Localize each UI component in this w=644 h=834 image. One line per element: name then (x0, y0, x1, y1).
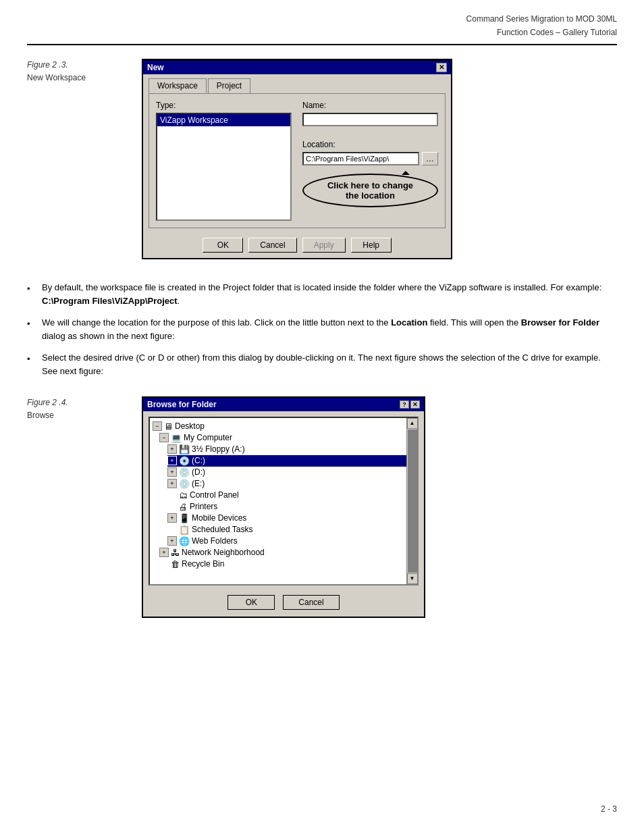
bullet-item-1: • By default, the workspace file is crea… (27, 281, 617, 308)
browse-dialog: Browse for Folder ? ✕ − 🖥 Desktop (142, 396, 425, 618)
tree-item-d-drive[interactable]: + 💿 (D:) (167, 467, 414, 478)
tree-label-webfolders: Web Folders (192, 536, 238, 546)
control-panel-icon: 🗂 (179, 490, 188, 500)
tree-label-mobile: Mobile Devices (192, 513, 246, 523)
tree-label-network: Network Neighborhood (182, 548, 265, 557)
dialog-buttons: OK Cancel Apply Help (143, 234, 451, 258)
new-workspace-dialog: New ✕ Workspace Project Type: ViZapp Wor… (142, 59, 452, 259)
tree-label-printers: Printers (190, 502, 217, 511)
network-icon: 🖧 (171, 548, 180, 558)
path-example: C:\Program Files\ViZApp\Project (42, 296, 178, 306)
header-line1: Command Series Migration to MOD 30ML (27, 12, 617, 26)
floppy-icon: 💾 (179, 444, 190, 454)
tree-item-mobile[interactable]: + 📱 Mobile Devices (167, 513, 414, 524)
expand-c[interactable]: + (167, 456, 177, 465)
tree-item-recycle[interactable]: 🗑 Recycle Bin (159, 558, 414, 570)
browse-close-button[interactable]: ✕ (410, 400, 420, 409)
expand-network[interactable]: + (159, 548, 169, 557)
scroll-up[interactable]: ▲ (407, 418, 418, 429)
figure2-row: Figure 2 .4. Browse Browse for Folder ? … (27, 396, 617, 618)
header-line2: Function Codes – Gallery Tutorial (27, 26, 617, 39)
dialog-form: Type: ViZapp Workspace Name: Location: (156, 101, 438, 221)
tab-content: Type: ViZapp Workspace Name: Location: (149, 93, 446, 228)
printers-icon: 🖨 (179, 502, 188, 512)
apply-button[interactable]: Apply (302, 238, 346, 253)
expand-webfolders[interactable]: + (167, 536, 177, 546)
tree-item-printers[interactable]: 🖨 Printers (167, 501, 414, 513)
figure2-number: Figure 2 .4. (27, 396, 135, 409)
close-button[interactable]: ✕ (436, 63, 447, 72)
tree-item-scheduled[interactable]: 📋 Scheduled Tasks (167, 524, 414, 536)
expand-e[interactable]: + (167, 479, 177, 488)
name-input[interactable] (302, 113, 438, 126)
browse-title-buttons: ? ✕ (400, 400, 420, 409)
expand-mycomputer[interactable]: − (159, 433, 169, 442)
browse-tree[interactable]: − 🖥 Desktop − 💻 My Computer + 💾 3 (150, 418, 417, 584)
tree-label-cp: Control Panel (190, 490, 239, 500)
figure1-label: Figure 2 .3. New Workspace (27, 59, 142, 84)
bullet-dot-3: • (27, 353, 36, 378)
scheduled-icon: 📋 (179, 525, 190, 535)
tree-item-c-drive[interactable]: + 💿 (C:) (167, 455, 414, 467)
tree-item-webfolders[interactable]: + 🌐 Web Folders (167, 536, 414, 547)
cancel-button[interactable]: Cancel (248, 238, 296, 253)
scrollbar[interactable]: ▲ ▼ (406, 418, 417, 584)
figure2-caption: Browse (27, 409, 135, 422)
scroll-thumb[interactable] (408, 429, 417, 573)
callout-bubble: Click here to changethe location (302, 174, 438, 207)
form-right: Name: Location: … Click here to changeth… (302, 101, 438, 221)
tree-label-e: (E:) (192, 479, 205, 488)
recycle-icon: 🗑 (171, 559, 180, 569)
bullet-item-3: • Select the desired drive (C or D or ot… (27, 351, 617, 378)
expand-desktop[interactable]: − (153, 421, 162, 431)
page-header: Command Series Migration to MOD 30ML Fun… (0, 0, 644, 40)
help-button[interactable]: Help (351, 238, 392, 253)
page-content: Figure 2 .3. New Workspace New ✕ Workspa… (0, 45, 644, 644)
tab-project[interactable]: Project (208, 78, 250, 93)
scroll-down[interactable]: ▼ (407, 573, 418, 584)
bullet-text-2: We will change the location for the purp… (42, 316, 617, 343)
e-drive-icon: 💿 (179, 479, 190, 489)
tree-item-floppy[interactable]: + 💾 3½ Floppy (A:) (167, 444, 414, 455)
tree-label-c: (C:) (192, 456, 205, 465)
browse-help-button[interactable]: ? (400, 400, 409, 409)
expand-floppy[interactable]: + (167, 444, 177, 454)
type-list[interactable]: ViZapp Workspace (156, 113, 292, 221)
expand-d[interactable]: + (167, 467, 177, 477)
browse-cancel-button[interactable]: Cancel (283, 595, 339, 610)
tree-item-network[interactable]: + 🖧 Network Neighborhood (159, 547, 414, 558)
page-footer: 2 - 3 (574, 798, 644, 820)
type-label: Type: (156, 101, 292, 110)
location-browse-button[interactable]: … (422, 152, 438, 165)
form-left: Type: ViZapp Workspace (156, 101, 292, 221)
bullet-section: • By default, the workspace file is crea… (27, 281, 617, 387)
ok-button[interactable]: OK (203, 238, 243, 253)
browse-buttons: OK Cancel (143, 591, 424, 617)
tree-item-control-panel[interactable]: 🗂 Control Panel (167, 490, 414, 501)
bullet-item-2: • We will change the location for the pu… (27, 316, 617, 343)
tree-item-mycomputer[interactable]: − 💻 My Computer (159, 432, 414, 444)
browser-bold: Browser for Folder (521, 317, 599, 328)
browse-ok-button[interactable]: OK (227, 595, 275, 610)
tree-item-e-drive[interactable]: + 💿 (E:) (167, 478, 414, 490)
dialog-titlebar: New ✕ (143, 61, 451, 74)
webfolders-icon: 🌐 (179, 536, 190, 546)
bullet-text-1: By default, the workspace file is create… (42, 281, 617, 308)
figure1-row: Figure 2 .3. New Workspace New ✕ Workspa… (27, 59, 617, 259)
tab-bar: Workspace Project (149, 78, 446, 93)
tab-workspace[interactable]: Workspace (149, 78, 207, 93)
location-input[interactable] (302, 152, 419, 165)
callout-text: Click here to changethe location (327, 180, 413, 201)
desktop-icon: 🖥 (164, 421, 173, 432)
location-row: … (302, 152, 438, 165)
tree-label-d: (D:) (192, 467, 205, 477)
tree-label-floppy: 3½ Floppy (A:) (192, 444, 245, 454)
dialog-title: New (147, 63, 164, 72)
expand-mobile[interactable]: + (167, 513, 177, 523)
bullet-dot-2: • (27, 317, 36, 343)
d-drive-icon: 💿 (179, 467, 190, 477)
figure1-caption: New Workspace (27, 72, 135, 84)
tree-item-desktop[interactable]: − 🖥 Desktop (153, 421, 414, 432)
type-item-vizapp[interactable]: ViZapp Workspace (157, 114, 290, 126)
figure2-label: Figure 2 .4. Browse (27, 396, 142, 422)
